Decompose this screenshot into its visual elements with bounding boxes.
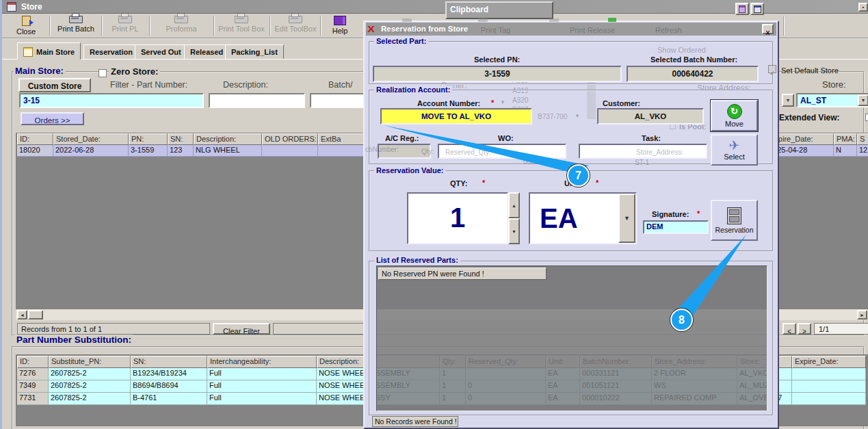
table-row-cell-old-orders[interactable]: [262, 145, 318, 157]
customer-field: AL_VKO: [597, 108, 704, 125]
table-row-cell-id[interactable]: 18020: [17, 145, 53, 157]
col-header-s[interactable]: S: [857, 133, 868, 145]
sub-row-cell[interactable]: B8694/B8694: [131, 380, 207, 393]
page-prev-button[interactable]: <: [782, 323, 796, 335]
col-header-pma[interactable]: PMA:: [834, 133, 857, 145]
tab-reservation[interactable]: Reservation: [83, 44, 139, 60]
tab-packing-list[interactable]: Packing_List: [225, 44, 284, 60]
tab-main-store[interactable]: Main Store: [17, 42, 81, 60]
scroll-left-icon: ◄: [20, 313, 25, 317]
sub-row-cell[interactable]: 7349: [17, 380, 49, 393]
clear-filter-label: Clear Filter: [223, 327, 260, 335]
account-number-field[interactable]: MOVE TO AL_VKO: [380, 108, 532, 125]
col-header-id[interactable]: ID:: [17, 133, 53, 145]
col-header-stored-date[interactable]: Stored_Date:: [53, 133, 129, 145]
close-door-icon: [22, 16, 31, 26]
ghost-batch-value: 000640422: [523, 158, 557, 166]
signature-field[interactable]: DEM: [643, 220, 709, 234]
table-row-cell-stored-date[interactable]: 2022-06-28: [53, 145, 129, 157]
ghost-st1-value: ST-1: [635, 159, 649, 166]
realization-group-label: Realization Account:: [374, 86, 452, 94]
table-row-cell-sn[interactable]: 123: [168, 145, 194, 157]
chevron-down-icon: ▼: [861, 98, 866, 103]
page-next-button[interactable]: >: [798, 323, 811, 335]
store-combobox[interactable]: AL_ST ▼: [796, 93, 868, 107]
table-row-cell-description[interactable]: NLG WHEEL: [194, 145, 262, 157]
print-batch-button[interactable]: Print Batch: [51, 16, 101, 37]
move-button[interactable]: ↻ Move: [711, 100, 758, 131]
hidden-combo-arrow-button[interactable]: ▼: [782, 94, 794, 107]
orders-button[interactable]: Orders >>: [21, 112, 84, 125]
sub-row-cell[interactable]: [792, 393, 866, 405]
sub-header-interchangeability[interactable]: Interchangeability:: [207, 356, 317, 368]
sub-header-substitute-pn[interactable]: Substitute_PN:: [49, 356, 131, 368]
scroll-left-button[interactable]: ◄: [17, 310, 27, 320]
store-window-icon: [7, 2, 16, 12]
scroll-thumb[interactable]: [28, 310, 43, 320]
set-default-store-checkbox[interactable]: ✓: [768, 65, 776, 73]
sub-row-cell[interactable]: [792, 380, 866, 393]
col-header-old-orders[interactable]: OLD ORDERS:: [262, 133, 318, 145]
customer-label: Customer:: [603, 99, 640, 107]
close-button[interactable]: Close: [5, 16, 47, 37]
extended-view-checkbox[interactable]: [865, 114, 868, 121]
table-row-cell-pn[interactable]: 3-1559: [129, 145, 168, 157]
store-combobox-arrow[interactable]: ▼: [858, 94, 868, 106]
clipboard-panel-title: Clipboard: [450, 5, 488, 14]
set-default-store-label: Set Default Store: [781, 66, 839, 75]
help-button[interactable]: Help: [322, 16, 358, 37]
sub-row-cell[interactable]: 7731: [17, 393, 49, 405]
zero-store-checkbox[interactable]: [98, 69, 107, 77]
sub-header-id[interactable]: ID:: [17, 356, 49, 368]
modal-title-bar[interactable]: Print Report Print Tag Print Release Ref…: [366, 23, 776, 36]
reservation-button[interactable]: Reservation: [711, 200, 758, 241]
col-header-pn[interactable]: PN:: [129, 133, 168, 145]
sub-row-cell[interactable]: Full: [207, 380, 317, 393]
scroll-right-button[interactable]: ►: [857, 310, 867, 320]
qty-down-button[interactable]: ▼: [508, 218, 520, 244]
chevron-down-icon: ▼: [786, 98, 791, 103]
signature-value: DEM: [646, 222, 663, 231]
sub-row-cell[interactable]: B19234/B19234: [131, 368, 207, 380]
tab-released[interactable]: Released: [184, 44, 229, 60]
sub-header-expire-date[interactable]: Expire_Date:: [792, 356, 866, 368]
description-input[interactable]: [209, 93, 305, 108]
sub-row-cell[interactable]: 2607825-2: [49, 380, 131, 393]
col-header-sn[interactable]: SN:: [168, 133, 194, 145]
store-combobox-value: AL_ST: [800, 96, 826, 105]
unit-combobox-arrow[interactable]: ▼: [618, 194, 635, 243]
unit-combobox[interactable]: EA ▼: [529, 192, 637, 244]
clear-filter-button[interactable]: Clear Filter: [213, 323, 270, 335]
select-label: Select: [724, 153, 745, 161]
reserved-list-empty-text: No Reserved PN were Found !: [382, 270, 484, 278]
chevron-down-icon: ▼: [575, 113, 580, 119]
move-refresh-icon: ↻: [727, 104, 742, 119]
sub-row-cell[interactable]: Full: [207, 368, 317, 380]
minimize-button[interactable]: ▪: [858, 3, 868, 12]
sub-header-sn[interactable]: SN:: [131, 356, 207, 368]
toolbar-divider: [49, 16, 51, 36]
print-pl-label: Print PL: [111, 25, 138, 33]
qty-up-button[interactable]: ▲: [508, 192, 520, 218]
part-number-input[interactable]: 3-15: [19, 93, 204, 108]
sub-row-cell[interactable]: Full: [207, 393, 317, 405]
qty-stepper[interactable]: 1: [407, 192, 508, 244]
modal-close-x-icon: X: [367, 24, 374, 34]
page-next-icon: >: [802, 328, 806, 335]
table-row-cell-s[interactable]: 12: [857, 145, 868, 157]
tab-served-out[interactable]: Served Out: [135, 44, 187, 60]
sub-row-cell[interactable]: 7276: [17, 368, 49, 380]
window-title: Store: [21, 2, 42, 12]
table-row-cell-pma[interactable]: N: [834, 145, 857, 157]
modal-close-button[interactable]: X: [762, 24, 774, 34]
col-header-description[interactable]: Description:: [194, 133, 262, 145]
select-button[interactable]: ✈ Select: [711, 134, 758, 166]
sub-row-cell[interactable]: B-4761: [131, 393, 207, 405]
sub-row-cell[interactable]: [792, 368, 866, 380]
sub-row-cell[interactable]: 2607825-2: [49, 368, 131, 380]
notepad-icon: [23, 47, 33, 57]
minimize-glyph: ▪: [863, 5, 864, 10]
sub-row-cell[interactable]: 2607825-2: [49, 393, 131, 405]
printer-icon: [118, 16, 132, 23]
custom-store-button[interactable]: Custom Store: [18, 78, 91, 92]
